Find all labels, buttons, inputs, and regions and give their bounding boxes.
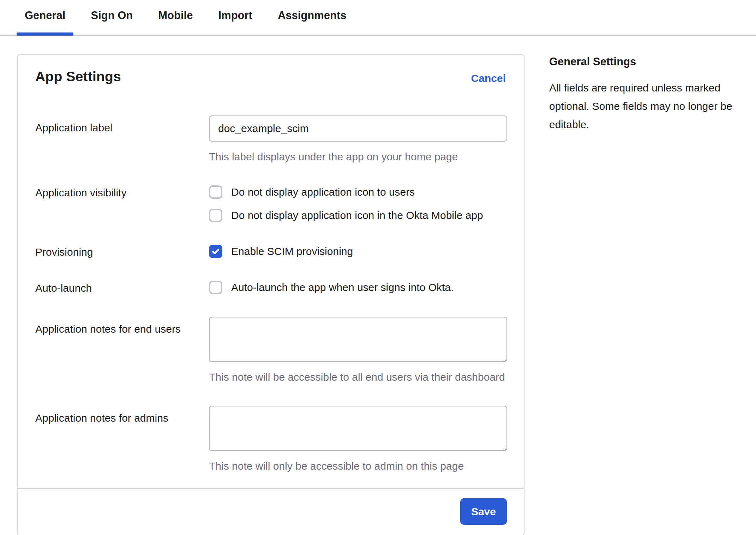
application-label-label: Application label [35,115,209,163]
save-button[interactable]: Save [460,498,507,525]
page-content: App Settings Cancel Application label Th… [0,36,756,535]
scim-provisioning-check-label: Enable SCIM provisioning [231,245,353,257]
notes-end-users-label: Application notes for end users [35,317,209,383]
visibility-users-check-label: Do not display application icon to users [231,186,415,198]
general-settings-aside: General Settings All fields are required… [549,54,734,134]
visibility-mobile-check-label: Do not display application icon in the O… [231,209,483,221]
checkbox-icon[interactable] [209,185,222,199]
checkbox-checked-icon[interactable] [209,245,222,258]
auto-launch-check-label: Auto-launch the app when user signs into… [231,281,454,293]
notes-end-users-helper: This note will be accessible to all end … [209,371,506,383]
auto-launch-check-item[interactable]: Auto-launch the app when user signs into… [209,281,506,294]
notes-admins-label: Application notes for admins [35,406,209,472]
notes-admins-helper: This note will only be accessible to adm… [209,460,506,472]
application-label-helper: This label displays under the app on you… [209,151,506,163]
tab-general[interactable]: General [17,9,73,35]
notes-admins-textarea[interactable] [209,406,507,451]
application-label-input[interactable] [209,115,507,142]
row-auto-launch: Auto-launch Auto-launch the app when use… [35,281,506,294]
row-application-label: Application label This label displays un… [35,115,506,163]
notes-end-users-textarea[interactable] [209,317,507,362]
visibility-mobile-check-item[interactable]: Do not display application icon in the O… [209,209,506,222]
provisioning-label: Provisioning [35,245,209,258]
checkbox-icon[interactable] [209,281,222,294]
card-header: App Settings Cancel [35,69,506,84]
tab-mobile[interactable]: Mobile [150,9,201,35]
card-title: App Settings [35,69,121,84]
card-footer: Save [18,489,524,535]
aside-description: All fields are required unless marked op… [549,79,734,134]
row-notes-end-users: Application notes for end users This not… [35,317,506,383]
aside-title: General Settings [549,55,734,68]
tab-bar: General Sign On Mobile Import Assignment… [0,0,756,36]
auto-launch-label: Auto-launch [35,281,209,294]
check-icon [211,247,220,256]
scim-provisioning-check-item[interactable]: Enable SCIM provisioning [209,245,506,258]
tab-import[interactable]: Import [210,9,260,35]
tab-sign-on[interactable]: Sign On [83,9,141,35]
row-application-visibility: Application visibility Do not display ap… [35,185,506,222]
row-notes-admins: Application notes for admins This note w… [35,406,506,472]
checkbox-icon[interactable] [209,209,222,222]
visibility-users-check-item[interactable]: Do not display application icon to users [209,185,506,199]
tab-assignments[interactable]: Assignments [270,9,355,35]
application-visibility-label: Application visibility [35,185,209,222]
cancel-link[interactable]: Cancel [471,72,506,84]
row-provisioning: Provisioning Enable SCIM provisioning [35,245,506,258]
app-settings-card: App Settings Cancel Application label Th… [17,54,524,535]
